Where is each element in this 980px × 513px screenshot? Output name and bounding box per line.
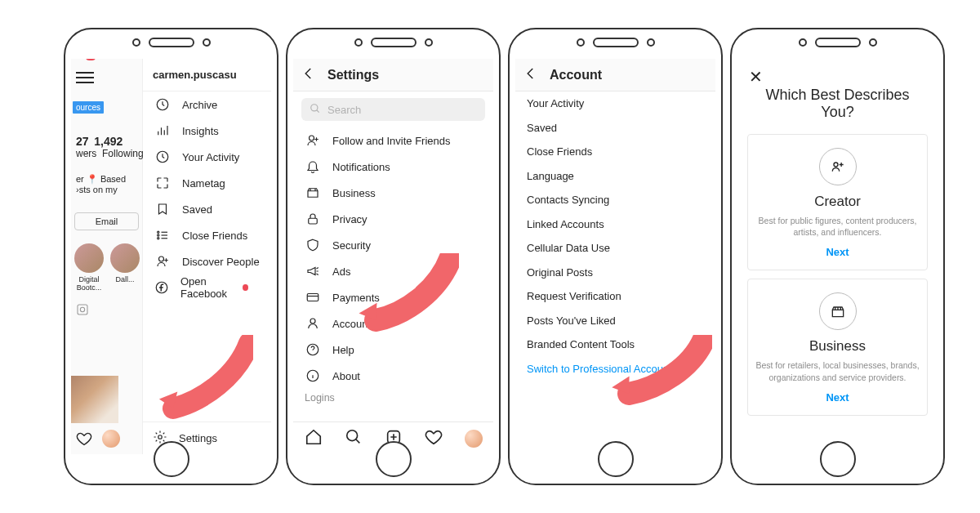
pointer-arrow-settings: [147, 335, 253, 425]
card-icon: [305, 290, 321, 305]
svg-point-9: [158, 435, 163, 439]
account-original-posts[interactable]: Original Posts: [515, 261, 715, 285]
creator-next[interactable]: Next: [755, 246, 920, 258]
settings-business[interactable]: Business: [293, 180, 493, 206]
help-icon: [305, 342, 321, 357]
drawer-item-facebook[interactable]: Open Facebook: [143, 274, 271, 301]
drawer-item-insights[interactable]: Insights: [143, 118, 271, 144]
notification-dot: [243, 284, 248, 291]
svg-point-17: [346, 430, 357, 440]
home-button[interactable]: [154, 441, 189, 477]
email-button[interactable]: Email: [74, 212, 139, 230]
account-language[interactable]: Language: [515, 164, 715, 189]
bio-snippet: er 📍 Based ›sts on my: [71, 174, 142, 194]
creator-card[interactable]: Creator Best for public figures, content…: [747, 134, 928, 270]
svg-rect-0: [78, 305, 87, 314]
home-icon[interactable]: [305, 428, 323, 449]
business-icon: [305, 185, 321, 200]
account-request-verification[interactable]: Request Verification: [515, 284, 715, 309]
svg-point-14: [310, 319, 315, 323]
bookmark-icon: [154, 202, 171, 216]
activity-icon: [154, 149, 171, 164]
logins-header: Logins: [293, 389, 493, 405]
home-button[interactable]: [376, 441, 412, 477]
list-icon: [154, 228, 171, 243]
profile-partial: ources 27 1,492 wers Following er 📍 Base…: [71, 59, 143, 454]
menu-icon[interactable]: [76, 77, 94, 78]
followers-count[interactable]: 27: [76, 135, 89, 148]
settings-notifications[interactable]: Notifications: [293, 154, 493, 180]
add-person-icon: [154, 254, 171, 269]
business-next[interactable]: Next: [755, 391, 920, 404]
pointer-arrow-switch: [606, 335, 712, 417]
search-placeholder: Search: [327, 104, 361, 116]
creator-icon: [819, 148, 857, 185]
drawer-item-discover[interactable]: Discover People: [143, 248, 271, 274]
business-title: Business: [755, 338, 920, 355]
nametag-icon: [154, 176, 171, 190]
business-card[interactable]: Business Best for retailers, local busin…: [747, 279, 928, 415]
creator-title: Creator: [755, 194, 920, 210]
home-button[interactable]: [598, 441, 634, 477]
svg-point-19: [834, 163, 838, 167]
archive-icon: [154, 97, 171, 112]
megaphone-icon: [305, 264, 321, 279]
ig-tagged-icon[interactable]: [76, 303, 89, 316]
account-close-friends[interactable]: Close Friends: [515, 140, 715, 164]
question-title: Which Best Describes You?: [749, 87, 926, 121]
back-arrow-icon[interactable]: [301, 66, 316, 84]
search-icon[interactable]: [345, 428, 363, 449]
nav-pill: ources: [73, 101, 104, 114]
svg-point-5: [158, 234, 159, 236]
search-icon: [310, 103, 321, 117]
creator-desc: Best for public figures, content produce…: [755, 215, 920, 238]
home-button[interactable]: [820, 441, 856, 477]
user-icon: [305, 316, 321, 331]
heart-icon[interactable]: [425, 428, 443, 449]
add-person-icon: [305, 133, 321, 148]
settings-privacy[interactable]: Privacy: [293, 206, 493, 232]
back-arrow-icon[interactable]: [523, 66, 538, 84]
account-linked-accounts[interactable]: Linked Accounts: [515, 212, 715, 237]
drawer-item-close-friends[interactable]: Close Friends: [143, 222, 271, 248]
following-count[interactable]: 1,492: [94, 135, 122, 148]
close-icon[interactable]: ✕: [749, 67, 763, 87]
settings-header: Settings: [293, 59, 493, 91]
bell-icon: [305, 159, 321, 174]
pointer-arrow-account: [353, 253, 459, 343]
account-your-activity[interactable]: Your Activity: [515, 91, 715, 116]
svg-point-11: [310, 136, 314, 141]
business-desc: Best for retailers, local businesses, br…: [755, 359, 920, 382]
business-icon: [819, 292, 857, 330]
svg-point-10: [311, 104, 318, 110]
svg-point-7: [159, 256, 164, 261]
account-cellular-data[interactable]: Cellular Data Use: [515, 236, 715, 261]
svg-rect-13: [307, 294, 318, 301]
shield-icon: [305, 238, 321, 252]
story-label[interactable]: Digital Bootc...: [74, 275, 104, 292]
account-header: Account: [515, 59, 715, 91]
profile-tab-avatar[interactable]: [465, 430, 483, 448]
story-label[interactable]: Dall...: [110, 275, 140, 283]
svg-rect-12: [309, 218, 318, 224]
settings-follow-invite[interactable]: Follow and Invite Friends: [293, 127, 493, 154]
info-icon: [305, 368, 321, 383]
svg-point-1: [80, 307, 84, 311]
account-saved[interactable]: Saved: [515, 116, 715, 141]
account-contacts-syncing[interactable]: Contacts Syncing: [515, 188, 715, 212]
facebook-icon: [154, 280, 169, 295]
settings-about[interactable]: About: [293, 363, 493, 389]
drawer-item-activity[interactable]: Your Activity: [143, 144, 271, 170]
drawer-item-nametag[interactable]: Nametag: [143, 170, 271, 196]
post-thumb[interactable]: [71, 376, 118, 423]
drawer-item-archive[interactable]: Archive: [143, 91, 271, 118]
heart-icon[interactable]: [76, 430, 92, 447]
drawer-item-saved[interactable]: Saved: [143, 196, 271, 222]
search-input[interactable]: Search: [301, 98, 485, 121]
insights-icon: [154, 123, 171, 138]
svg-point-4: [158, 231, 159, 233]
profile-tab-avatar[interactable]: [102, 430, 120, 448]
drawer-username: carmen.puscasu: [143, 59, 271, 91]
svg-point-6: [158, 238, 159, 239]
account-posts-liked[interactable]: Posts You've Liked: [515, 309, 715, 333]
